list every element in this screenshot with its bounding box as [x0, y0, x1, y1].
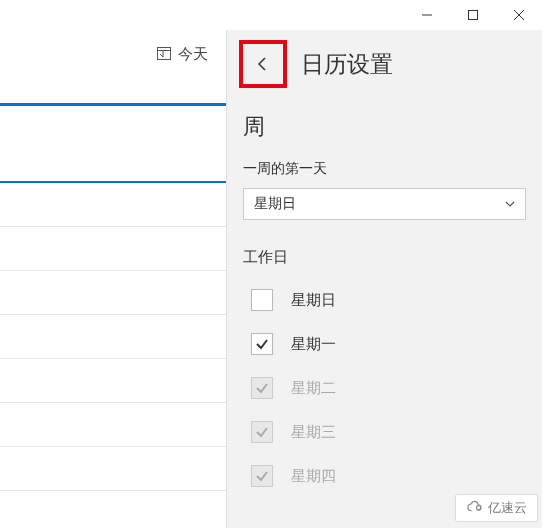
minimize-button[interactable]: [404, 0, 450, 30]
workday-checkbox[interactable]: [251, 289, 273, 311]
workday-row: 星期三: [243, 421, 526, 443]
workday-label: 星期二: [291, 379, 336, 398]
workday-label: 星期日: [291, 291, 336, 310]
week-section-title: 周: [243, 112, 526, 142]
first-day-label: 一周的第一天: [243, 160, 526, 178]
toolbar: 今天: [0, 30, 542, 78]
maximize-button[interactable]: [450, 0, 496, 30]
window-titlebar: [0, 0, 542, 30]
list-row[interactable]: [0, 110, 226, 183]
watermark-badge: 亿速云: [455, 494, 538, 522]
list-row[interactable]: [0, 453, 226, 491]
first-day-select[interactable]: 星期日: [243, 188, 526, 220]
check-icon: [255, 337, 269, 351]
workday-row: 星期四: [243, 465, 526, 487]
list-row[interactable]: [0, 365, 226, 403]
workday-checkbox[interactable]: [251, 333, 273, 355]
workday-label: 星期一: [291, 335, 336, 354]
workday-label: 星期三: [291, 423, 336, 442]
workday-checkbox: [251, 377, 273, 399]
list-row[interactable]: [0, 277, 226, 315]
list-row[interactable]: [0, 409, 226, 447]
workday-row: 星期二: [243, 377, 526, 399]
workday-label: 星期四: [291, 467, 336, 486]
first-day-value: 星期日: [254, 195, 296, 213]
list-row[interactable]: [0, 189, 226, 227]
list-row[interactable]: [0, 321, 226, 359]
today-button[interactable]: 今天: [148, 41, 216, 68]
check-icon: [255, 381, 269, 395]
workday-checkbox: [251, 421, 273, 443]
cloud-icon: [466, 500, 484, 517]
workday-checkbox: [251, 465, 273, 487]
calendar-today-icon: [156, 45, 172, 64]
close-button[interactable]: [496, 0, 542, 30]
watermark-text: 亿速云: [488, 499, 527, 517]
list-row[interactable]: [0, 233, 226, 271]
active-tab-indicator: [0, 78, 226, 106]
calendar-main-area: [0, 78, 226, 528]
settings-panel: 日历设置 周 一周的第一天 星期日 工作日 星期日星期一星期二星期三星期四: [226, 30, 542, 528]
svg-rect-1: [469, 11, 478, 20]
chevron-down-icon: [505, 196, 515, 212]
check-icon: [255, 469, 269, 483]
workday-row[interactable]: 星期一: [243, 333, 526, 355]
today-label: 今天: [178, 45, 208, 64]
workdays-section-title: 工作日: [243, 248, 526, 267]
svg-rect-4: [158, 47, 171, 59]
workday-row[interactable]: 星期日: [243, 289, 526, 311]
check-icon: [255, 425, 269, 439]
